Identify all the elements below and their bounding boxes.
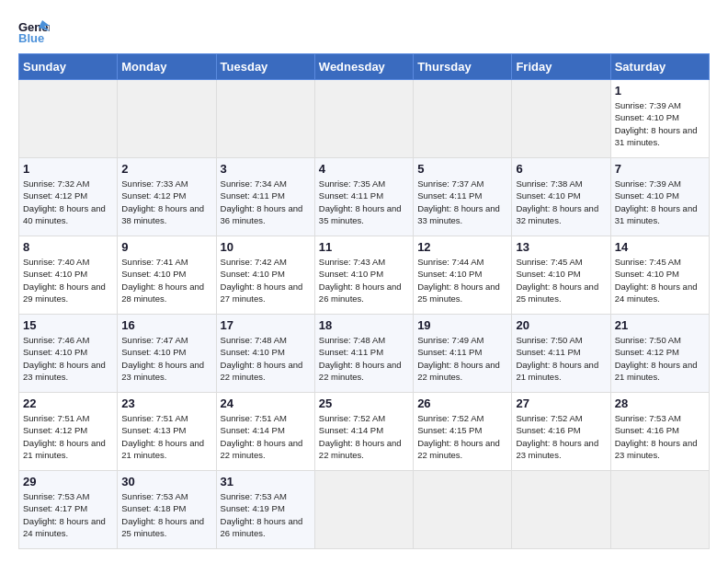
day-number: 26 — [417, 396, 507, 410]
day-number: 6 — [516, 162, 606, 176]
calendar-cell: 20Sunrise: 7:50 AMSunset: 4:11 PMDayligh… — [512, 315, 610, 393]
calendar-cell: 30Sunrise: 7:53 AMSunset: 4:18 PMDayligh… — [118, 471, 216, 549]
calendar-cell: 28Sunrise: 7:53 AMSunset: 4:16 PMDayligh… — [610, 393, 709, 471]
cell-info: Sunrise: 7:46 AMSunset: 4:10 PMDaylight:… — [23, 334, 113, 383]
cell-info: Sunrise: 7:33 AMSunset: 4:12 PMDaylight:… — [121, 178, 211, 226]
calendar-cell: 19Sunrise: 7:49 AMSunset: 4:11 PMDayligh… — [414, 315, 512, 393]
cell-info: Sunrise: 7:48 AMSunset: 4:11 PMDaylight:… — [319, 334, 409, 383]
week-row-2: 8Sunrise: 7:40 AMSunset: 4:10 PMDaylight… — [19, 236, 710, 315]
calendar-cell: 5Sunrise: 7:37 AMSunset: 4:11 PMDaylight… — [414, 158, 512, 236]
col-header-sunday: Sunday — [19, 54, 118, 80]
day-number: 27 — [516, 396, 606, 410]
col-header-monday: Monday — [118, 54, 216, 80]
day-number: 12 — [417, 240, 507, 254]
day-number: 20 — [516, 318, 606, 332]
calendar-cell: 14Sunrise: 7:45 AMSunset: 4:10 PMDayligh… — [610, 236, 709, 315]
calendar-cell: 21Sunrise: 7:50 AMSunset: 4:12 PMDayligh… — [610, 315, 709, 393]
cell-info: Sunrise: 7:37 AMSunset: 4:11 PMDaylight:… — [417, 178, 507, 226]
calendar-cell: 6Sunrise: 7:38 AMSunset: 4:10 PMDaylight… — [512, 158, 610, 236]
calendar-cell: 24Sunrise: 7:51 AMSunset: 4:14 PMDayligh… — [216, 393, 314, 471]
day-number: 10 — [221, 240, 311, 254]
day-number: 2 — [121, 162, 211, 176]
day-number: 14 — [615, 240, 705, 254]
day-number: 22 — [23, 396, 113, 410]
calendar-cell — [414, 471, 512, 549]
calendar-cell: 9Sunrise: 7:41 AMSunset: 4:10 PMDaylight… — [118, 236, 216, 315]
cell-info: Sunrise: 7:53 AMSunset: 4:18 PMDaylight:… — [121, 490, 211, 539]
cell-info: Sunrise: 7:32 AMSunset: 4:12 PMDaylight:… — [23, 178, 113, 226]
calendar-cell: 7Sunrise: 7:39 AMSunset: 4:10 PMDaylight… — [610, 158, 709, 236]
cell-info: Sunrise: 7:41 AMSunset: 4:10 PMDaylight:… — [121, 256, 211, 304]
cell-info: Sunrise: 7:47 AMSunset: 4:10 PMDaylight:… — [121, 334, 211, 383]
calendar-cell — [512, 471, 610, 549]
cell-info: Sunrise: 7:50 AMSunset: 4:11 PMDaylight:… — [516, 334, 606, 383]
cell-info: Sunrise: 7:38 AMSunset: 4:10 PMDaylight:… — [516, 178, 606, 226]
day-number: 21 — [615, 318, 705, 332]
calendar-cell — [512, 80, 610, 158]
day-number: 4 — [319, 162, 409, 176]
cell-info: Sunrise: 7:51 AMSunset: 4:13 PMDaylight:… — [121, 412, 211, 461]
calendar-cell: 31Sunrise: 7:53 AMSunset: 4:19 PMDayligh… — [216, 471, 314, 549]
svg-text:Blue: Blue — [18, 31, 44, 44]
week-row-3: 15Sunrise: 7:46 AMSunset: 4:10 PMDayligh… — [19, 315, 710, 393]
calendar-cell: 27Sunrise: 7:52 AMSunset: 4:16 PMDayligh… — [512, 393, 610, 471]
calendar-cell: 2Sunrise: 7:33 AMSunset: 4:12 PMDaylight… — [118, 158, 216, 236]
cell-info: Sunrise: 7:35 AMSunset: 4:11 PMDaylight:… — [319, 178, 409, 226]
cell-info: Sunrise: 7:51 AMSunset: 4:12 PMDaylight:… — [23, 412, 113, 461]
calendar-cell: 11Sunrise: 7:43 AMSunset: 4:10 PMDayligh… — [314, 236, 413, 315]
day-number: 17 — [221, 318, 311, 332]
day-number: 7 — [615, 162, 705, 176]
calendar-cell: 22Sunrise: 7:51 AMSunset: 4:12 PMDayligh… — [19, 393, 118, 471]
cell-info: Sunrise: 7:45 AMSunset: 4:10 PMDaylight:… — [516, 256, 606, 304]
day-number: 24 — [221, 396, 311, 410]
cell-info: Sunrise: 7:52 AMSunset: 4:16 PMDaylight:… — [516, 412, 606, 461]
cell-info: Sunrise: 7:53 AMSunset: 4:16 PMDaylight:… — [615, 412, 705, 461]
day-number: 3 — [221, 162, 311, 176]
calendar-cell: 29Sunrise: 7:53 AMSunset: 4:17 PMDayligh… — [19, 471, 118, 549]
day-number: 30 — [121, 475, 211, 488]
cell-info: Sunrise: 7:39 AMSunset: 4:10 PMDaylight:… — [615, 178, 705, 226]
col-header-friday: Friday — [512, 54, 610, 80]
day-number: 28 — [615, 396, 705, 410]
col-header-thursday: Thursday — [414, 54, 512, 80]
calendar-cell: 12Sunrise: 7:44 AMSunset: 4:10 PMDayligh… — [414, 236, 512, 315]
calendar-cell: 26Sunrise: 7:52 AMSunset: 4:15 PMDayligh… — [414, 393, 512, 471]
day-number: 16 — [121, 318, 211, 332]
logo-icon: General Blue — [18, 18, 50, 44]
page-header: General Blue — [18, 18, 710, 44]
col-header-wednesday: Wednesday — [314, 54, 413, 80]
calendar-cell: 13Sunrise: 7:45 AMSunset: 4:10 PMDayligh… — [512, 236, 610, 315]
cell-info: Sunrise: 7:48 AMSunset: 4:10 PMDaylight:… — [221, 334, 311, 383]
calendar-cell: 8Sunrise: 7:40 AMSunset: 4:10 PMDaylight… — [19, 236, 118, 315]
calendar-cell — [118, 80, 216, 158]
day-number: 5 — [417, 162, 507, 176]
day-number: 25 — [319, 396, 409, 410]
cell-info: Sunrise: 7:44 AMSunset: 4:10 PMDaylight:… — [417, 256, 507, 304]
week-row-0: 1Sunrise: 7:39 AMSunset: 4:10 PMDaylight… — [19, 80, 710, 158]
cell-info: Sunrise: 7:51 AMSunset: 4:14 PMDaylight:… — [221, 412, 311, 461]
calendar-cell — [314, 80, 413, 158]
calendar-cell: 15Sunrise: 7:46 AMSunset: 4:10 PMDayligh… — [19, 315, 118, 393]
cell-info: Sunrise: 7:39 AMSunset: 4:10 PMDaylight:… — [615, 99, 705, 148]
cell-info: Sunrise: 7:42 AMSunset: 4:10 PMDaylight:… — [221, 256, 311, 304]
week-row-1: 1Sunrise: 7:32 AMSunset: 4:12 PMDaylight… — [19, 158, 710, 236]
day-number: 23 — [121, 396, 211, 410]
calendar-cell: 25Sunrise: 7:52 AMSunset: 4:14 PMDayligh… — [314, 393, 413, 471]
calendar-cell: 1Sunrise: 7:39 AMSunset: 4:10 PMDaylight… — [610, 80, 709, 158]
day-number: 8 — [23, 240, 113, 254]
calendar-cell: 23Sunrise: 7:51 AMSunset: 4:13 PMDayligh… — [118, 393, 216, 471]
week-row-5: 29Sunrise: 7:53 AMSunset: 4:17 PMDayligh… — [19, 471, 710, 549]
cell-info: Sunrise: 7:53 AMSunset: 4:19 PMDaylight:… — [221, 490, 311, 539]
cell-info: Sunrise: 7:52 AMSunset: 4:15 PMDaylight:… — [417, 412, 507, 461]
calendar-cell: 17Sunrise: 7:48 AMSunset: 4:10 PMDayligh… — [216, 315, 314, 393]
calendar-cell — [19, 80, 118, 158]
calendar-cell — [610, 471, 709, 549]
cell-info: Sunrise: 7:45 AMSunset: 4:10 PMDaylight:… — [615, 256, 705, 304]
day-number: 31 — [221, 475, 311, 488]
col-header-tuesday: Tuesday — [216, 54, 314, 80]
calendar-cell — [216, 80, 314, 158]
cell-info: Sunrise: 7:49 AMSunset: 4:11 PMDaylight:… — [417, 334, 507, 383]
week-row-4: 22Sunrise: 7:51 AMSunset: 4:12 PMDayligh… — [19, 393, 710, 471]
calendar-table: SundayMondayTuesdayWednesdayThursdayFrid… — [18, 53, 710, 549]
logo: General Blue — [18, 18, 50, 44]
